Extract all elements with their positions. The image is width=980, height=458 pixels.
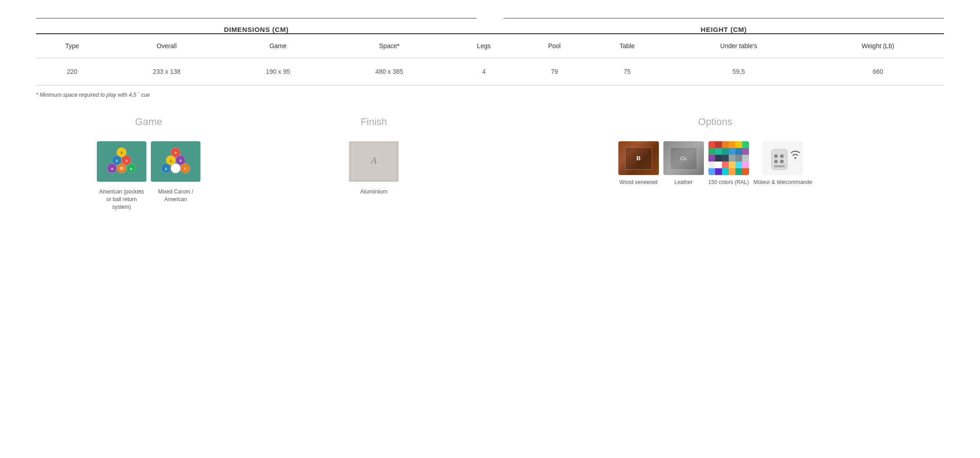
cell-pool: 79 — [520, 58, 589, 85]
wood-image: B — [618, 141, 659, 175]
option-colors: 150 colors (RAL) — [708, 141, 749, 186]
option-label-wood: Wood veneered — [619, 179, 658, 186]
svg-text:5: 5 — [179, 159, 181, 163]
table-row: 220 233 x 138 190 x 95 480 x 385 4 79 75… — [36, 58, 944, 85]
height-header: HEIGHT (CM) — [504, 18, 944, 33]
game-images: 1 2 3 4 6 — [36, 141, 261, 182]
cell-weight: 660 — [812, 58, 944, 85]
option-label-colors: 150 colors (RAL) — [708, 179, 749, 186]
option-label-remote: Moteur & télécommande — [753, 179, 812, 186]
game-title: Game — [36, 116, 261, 128]
game-label-mixed-carom: Mixed Carom / American — [151, 188, 200, 211]
svg-text:2: 2 — [165, 167, 167, 171]
col-overall: Overall — [108, 34, 225, 58]
cell-table: 75 — [589, 58, 665, 85]
cell-legs: 4 — [448, 58, 520, 85]
col-under-tables: Under table's — [666, 34, 812, 58]
svg-text:A: A — [370, 155, 377, 166]
svg-point-30 — [780, 160, 784, 163]
bottom-section: Game 1 2 3 — [36, 116, 944, 211]
footnote: * Minimum space required to play with 4,… — [36, 92, 944, 98]
col-pool: Pool — [520, 34, 589, 58]
svg-text:2: 2 — [116, 159, 118, 163]
finish-section: Finish A Aluminium — [261, 116, 486, 211]
svg-rect-31 — [774, 165, 785, 167]
page: DIMENSIONS (CM) HEIGHT (CM) Type Overall… — [0, 0, 980, 458]
game-label-american: American (pockets or ball return system) — [97, 188, 146, 211]
col-game: Game — [225, 34, 331, 58]
option-label-leather: Leather — [674, 179, 693, 186]
leather-image: Cu — [663, 141, 704, 175]
game-labels: American (pockets or ball return system)… — [36, 188, 261, 211]
colors-image — [708, 141, 749, 175]
game-image-american: 1 2 3 4 6 — [97, 141, 146, 182]
top-headers: DIMENSIONS (CM) HEIGHT (CM) — [36, 18, 944, 33]
option-remote: Moteur & télécommande — [753, 141, 812, 186]
svg-point-20 — [171, 163, 180, 173]
specs-table: Type Overall Game Space* Legs Pool Table… — [36, 33, 944, 85]
options-images: B Wood veneered Cu Leather — [486, 141, 944, 186]
svg-text:1: 1 — [170, 159, 172, 163]
col-space: Space* — [331, 34, 448, 58]
svg-text:7: 7 — [184, 167, 186, 171]
game-image-mixed-carom: 3 1 5 2 7 — [151, 141, 200, 182]
svg-text:3: 3 — [125, 159, 127, 163]
cell-under-tables: 59,5 — [666, 58, 812, 85]
wood-inner-label: B — [625, 147, 652, 170]
col-weight: Weight (Lb) — [812, 34, 944, 58]
game-section: Game 1 2 3 — [36, 116, 261, 211]
finish-image-aluminium: A — [349, 141, 399, 182]
cell-game: 190 x 95 — [225, 58, 331, 85]
options-section: Options B Wood veneered Cu — [486, 116, 944, 211]
svg-text:3: 3 — [175, 151, 177, 155]
cell-space: 480 x 385 — [331, 58, 448, 85]
options-title: Options — [486, 116, 944, 128]
dimensions-header: DIMENSIONS (CM) — [36, 18, 476, 33]
col-legs: Legs — [448, 34, 520, 58]
finish-label-aluminium: Aluminium — [261, 188, 486, 195]
svg-text:4: 4 — [111, 167, 113, 171]
svg-point-28 — [780, 154, 784, 158]
option-wood: B Wood veneered — [618, 141, 659, 186]
cell-type: 220 — [36, 58, 108, 85]
col-type: Type — [36, 34, 108, 58]
cell-overall: 233 x 138 — [108, 58, 225, 85]
svg-point-29 — [774, 160, 778, 163]
svg-point-27 — [774, 154, 778, 158]
svg-text:1: 1 — [121, 151, 123, 155]
finish-title: Finish — [261, 116, 486, 128]
svg-text:6: 6 — [130, 167, 132, 171]
col-table: Table — [589, 34, 665, 58]
remote-image — [762, 141, 803, 175]
leather-inner-label: Cu — [670, 147, 697, 170]
option-leather: Cu Leather — [663, 141, 704, 186]
svg-point-9 — [120, 166, 124, 171]
svg-point-32 — [794, 157, 796, 159]
